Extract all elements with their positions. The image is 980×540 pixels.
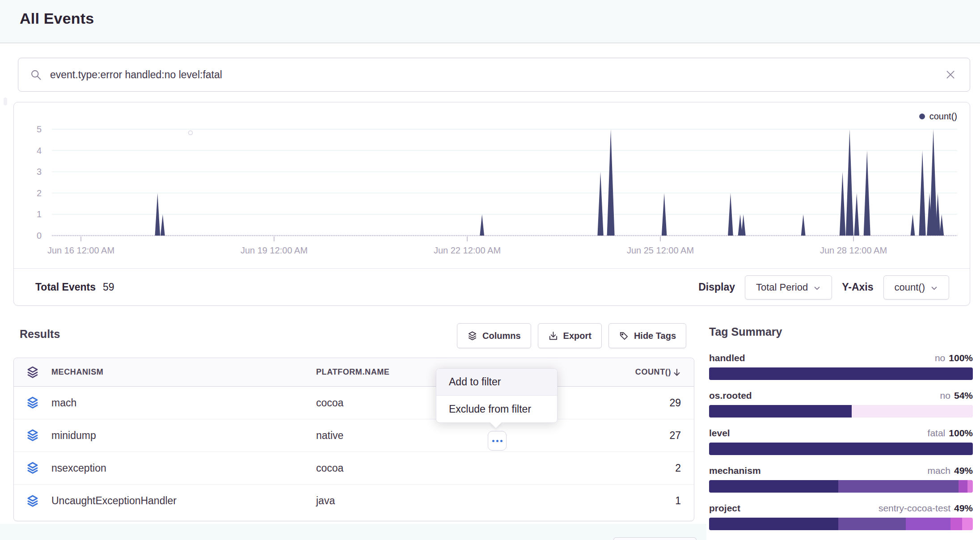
results-heading: Results	[20, 328, 60, 341]
tag-top-value: fatal	[928, 428, 946, 438]
tag-bar-segment	[709, 367, 973, 380]
tag-bar-segment	[959, 480, 968, 493]
legend-series-label: count()	[929, 111, 957, 122]
columns-button-label: Columns	[482, 331, 521, 341]
tag-name: level	[709, 428, 730, 439]
tag-distribution-bar[interactable]	[709, 367, 973, 380]
hide-tags-button-label: Hide Tags	[634, 331, 676, 341]
cell-count: 27	[578, 430, 694, 442]
events-chart: 012345Jun 16 12:00 AMJun 19 12:00 AMJun …	[14, 102, 970, 268]
svg-text:Jun 28 12:00 AM: Jun 28 12:00 AM	[820, 245, 887, 255]
stack-icon	[26, 461, 39, 475]
table-row[interactable]: mach cocoa 29	[14, 387, 694, 419]
tag-name: os.rooted	[709, 390, 752, 401]
tag-summary-item[interactable]: mechanism mach49%	[709, 465, 973, 493]
cell-platform: cocoa	[316, 462, 578, 474]
chevron-down-icon	[930, 284, 938, 292]
tag-bar-segment	[950, 518, 963, 530]
tag-distribution-bar[interactable]	[709, 480, 973, 493]
table-body: mach cocoa 29 minidump native 27 nsexcep…	[14, 387, 694, 517]
table-row[interactable]: UncaughtExceptionHandler java 1	[14, 485, 694, 517]
tag-percent: 54%	[954, 390, 973, 401]
tag-name: mechanism	[709, 465, 761, 476]
chart-legend[interactable]: count()	[919, 111, 957, 122]
chart-footer-controls: Display Total Period Y-Axis count()	[698, 275, 949, 300]
table-header-row: MECHANISM PLATFORM.NAME COUNT()	[14, 358, 694, 387]
tag-summary-item[interactable]: level fatal100%	[709, 428, 973, 455]
cell-count: 1	[578, 495, 694, 507]
tag-bar-segment	[838, 480, 958, 493]
tag-bar-segment	[852, 405, 973, 418]
stack-icon	[26, 366, 39, 379]
discover-all-events-page: All Events 012345Jun 16 12:00 AMJun 19 1…	[0, 0, 980, 540]
display-select[interactable]: Total Period	[745, 275, 832, 300]
svg-text:1: 1	[37, 209, 42, 219]
tag-summary-item[interactable]: project sentry-cocoa-test49%	[709, 503, 973, 530]
svg-text:Jun 22 12:00 AM: Jun 22 12:00 AM	[434, 245, 501, 255]
export-button-label: Export	[563, 331, 591, 341]
display-select-value: Total Period	[756, 282, 808, 293]
results-table: MECHANISM PLATFORM.NAME COUNT() mach coc…	[13, 358, 694, 521]
chevron-down-icon	[813, 284, 821, 292]
chart-footer: Total Events 59 Display Total Period Y-A…	[14, 268, 970, 306]
search-input[interactable]	[50, 69, 943, 81]
clear-search-icon[interactable]	[943, 67, 958, 82]
cell-mechanism: minidump	[51, 430, 316, 442]
tag-top-value: sentry-cocoa-test	[879, 503, 950, 513]
export-button[interactable]: Export	[538, 323, 602, 348]
y-axis-select[interactable]: count()	[883, 275, 949, 300]
count-header-label: COUNT()	[635, 367, 671, 377]
column-header-count[interactable]: COUNT()	[578, 367, 694, 377]
tag-top-value: no	[940, 390, 950, 401]
table-row[interactable]: nsexception cocoa 2	[14, 452, 694, 485]
tag-distribution-bar[interactable]	[709, 405, 973, 418]
tag-percent: 100%	[949, 428, 973, 438]
tag-bar-segment	[709, 405, 852, 418]
tag-bar-segment	[709, 518, 838, 530]
table-row[interactable]: minidump native 27	[14, 419, 694, 452]
page-header: All Events	[0, 0, 980, 43]
cell-mechanism: mach	[51, 397, 316, 409]
svg-text:Jun 19 12:00 AM: Jun 19 12:00 AM	[241, 245, 308, 255]
svg-text:2: 2	[37, 188, 42, 198]
tag-bar-segment	[906, 518, 950, 530]
menu-item-add-to-filter[interactable]: Add to filter	[436, 369, 557, 396]
events-chart-panel: 012345Jun 16 12:00 AMJun 19 12:00 AMJun …	[13, 102, 970, 306]
tag-top-value: mach	[928, 465, 950, 476]
cell-count: 29	[578, 397, 694, 409]
tag-summary-item[interactable]: handled no100%	[709, 353, 973, 380]
tag-bar-segment	[709, 443, 973, 455]
hide-tags-button[interactable]: Hide Tags	[608, 323, 686, 348]
stack-icon	[467, 331, 477, 341]
tag-summary-item[interactable]: os.rooted no54%	[709, 390, 973, 418]
column-header-mechanism[interactable]: MECHANISM	[51, 367, 316, 377]
tag-summary-heading: Tag Summary	[709, 325, 973, 338]
tag-bar-segment	[709, 480, 838, 493]
stack-icon	[26, 494, 39, 508]
search-icon	[30, 69, 42, 81]
pagination-button-partial[interactable]	[613, 537, 697, 540]
chart-plot: 012345Jun 16 12:00 AMJun 19 12:00 AMJun …	[14, 102, 970, 268]
tag-percent: 49%	[954, 465, 973, 476]
tag-list: handled no100% os.rooted no54% level fat…	[709, 353, 973, 530]
cell-platform: native	[316, 430, 578, 442]
sort-desc-arrow-icon	[673, 368, 681, 377]
total-events-label: Total Events	[35, 281, 96, 293]
tag-bar-segment	[962, 518, 973, 530]
page-bottom-strip	[0, 524, 706, 540]
page-title: All Events	[20, 10, 94, 27]
stack-icon	[26, 429, 39, 442]
artifact-mark	[4, 97, 7, 105]
cell-mechanism: nsexception	[51, 462, 316, 474]
tag-percent: 49%	[954, 503, 973, 513]
svg-text:5: 5	[37, 124, 42, 134]
tag-icon	[619, 331, 629, 341]
tag-bar-segment	[967, 480, 973, 493]
tag-summary-panel: Tag Summary handled no100% os.rooted no5…	[709, 325, 973, 540]
tag-distribution-bar[interactable]	[709, 518, 973, 530]
tag-name: project	[709, 503, 740, 514]
tag-distribution-bar[interactable]	[709, 443, 973, 455]
columns-button[interactable]: Columns	[457, 323, 531, 348]
cell-actions-ellipsis-button[interactable]	[488, 431, 507, 451]
search-bar[interactable]	[18, 58, 970, 92]
